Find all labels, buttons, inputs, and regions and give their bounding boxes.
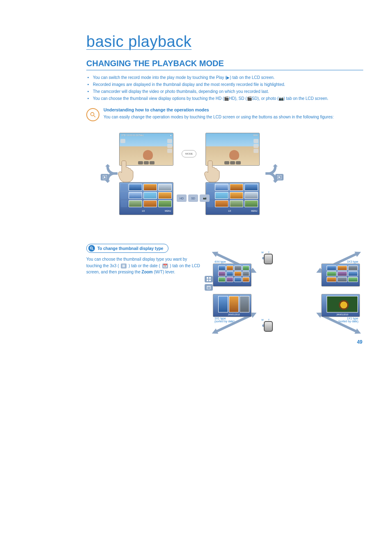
media-type-tabs: HD SD 📷 bbox=[177, 194, 210, 202]
subsection-text: You can choose the thumbnail display typ… bbox=[86, 256, 201, 330]
zoom-label: Zoom bbox=[142, 270, 153, 274]
hand-touch-icon bbox=[203, 157, 223, 182]
date-icon: 📅 bbox=[162, 264, 168, 268]
thumbnail-3x1-screen: JAN/01/2010 bbox=[213, 294, 251, 317]
svg-marker-8 bbox=[273, 180, 278, 183]
intro-list: You can switch the record mode into the … bbox=[86, 74, 363, 102]
grid-tab-icon bbox=[205, 276, 213, 282]
magnifier-icon bbox=[88, 245, 95, 252]
date-tab-icon bbox=[205, 284, 213, 291]
svg-marker-6 bbox=[105, 180, 110, 183]
intro-item: Recorded images are displayed in the thu… bbox=[93, 81, 363, 88]
thumbnail-4x4-screen bbox=[213, 264, 251, 287]
photo-tab-icon: 📷 bbox=[200, 194, 210, 202]
svg-marker-5 bbox=[279, 176, 281, 178]
mode-button: MODE bbox=[182, 150, 196, 157]
svg-rect-16 bbox=[207, 286, 210, 289]
svg-rect-13 bbox=[209, 277, 211, 279]
magnifier-note-icon bbox=[86, 108, 99, 121]
thumbnail-1x1-screen: JAN/01/2010 bbox=[321, 294, 360, 317]
svg-point-0 bbox=[91, 113, 94, 116]
intro-item: You can choose the thumbnail view displa… bbox=[93, 95, 363, 102]
note-box: Understanding how to change the operatio… bbox=[86, 106, 363, 125]
chapter-title: basic playback bbox=[86, 33, 363, 51]
zoom-lever-icon: WT bbox=[254, 254, 277, 263]
svg-rect-15 bbox=[209, 280, 211, 281]
thumbnail-type-diagram: 4X4 type 3X3 type 3X1 type (sorted by da… bbox=[210, 256, 363, 330]
intro-item: The camcorder will display the video or … bbox=[93, 88, 363, 95]
svg-rect-14 bbox=[207, 280, 208, 281]
subsection-header: To change thumbnail display type bbox=[86, 244, 168, 253]
zoom-lever-icon: WT bbox=[254, 321, 277, 330]
intro-item: You can switch the record mode into the … bbox=[93, 74, 363, 81]
thumbnail-screen-right: 1/3MENU bbox=[205, 182, 260, 215]
mode-change-diagram: STBY 00:00:00 [307Min]■ 9999 1/3MENU bbox=[86, 133, 363, 223]
thumbnail-3x3-screen bbox=[321, 264, 360, 287]
svg-point-10 bbox=[90, 247, 92, 249]
osd-status: STBY 00:00:00 [307Min] bbox=[121, 134, 143, 136]
flow-arrow-icon bbox=[263, 164, 278, 175]
section-title: CHANGING THE PLAYBACK MODE bbox=[86, 59, 363, 70]
grid-3x3-icon: ▦ bbox=[121, 264, 127, 268]
sd-tab-icon: SD bbox=[188, 194, 198, 202]
subsection-title: To change thumbnail display type bbox=[97, 246, 163, 251]
svg-rect-12 bbox=[207, 277, 208, 279]
flow-arrow-icon bbox=[105, 164, 120, 175]
page-number: 49 bbox=[357, 339, 362, 345]
hd-tab-icon: HD bbox=[177, 194, 187, 202]
thumbnail-screen-left: 1/3MENU bbox=[119, 182, 173, 215]
note-title: Understanding how to change the operatio… bbox=[104, 107, 334, 112]
note-text: You can easily change the operation mode… bbox=[104, 114, 334, 120]
svg-line-1 bbox=[94, 116, 95, 117]
osd-count: 9999 bbox=[253, 134, 258, 136]
svg-marker-7 bbox=[105, 164, 110, 166]
svg-marker-9 bbox=[273, 164, 278, 166]
svg-line-11 bbox=[92, 249, 93, 250]
